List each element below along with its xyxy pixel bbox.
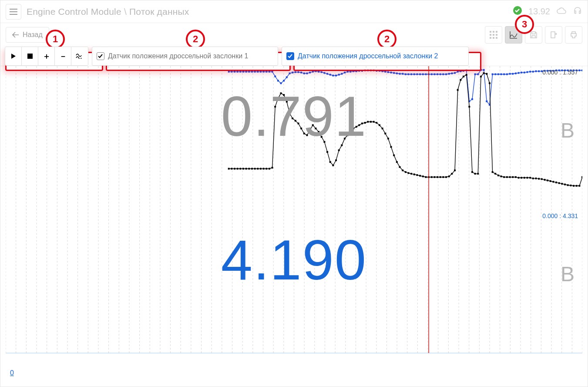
svg-rect-102 <box>323 72 325 74</box>
svg-rect-150 <box>463 70 464 72</box>
svg-rect-119 <box>373 70 375 71</box>
svg-rect-122 <box>382 71 383 72</box>
cloud-icon[interactable] <box>556 7 567 17</box>
svg-rect-3 <box>496 31 497 33</box>
svg-rect-106 <box>335 74 337 76</box>
svg-rect-296 <box>529 177 531 178</box>
svg-rect-79 <box>257 71 259 73</box>
svg-rect-212 <box>286 101 288 103</box>
svg-rect-135 <box>419 74 421 75</box>
sensor-1-checkbox[interactable] <box>97 52 104 60</box>
svg-rect-145 <box>448 73 450 75</box>
svg-rect-71 <box>234 71 235 73</box>
chart-svg <box>6 66 582 370</box>
sensor-2-box[interactable]: Датчик положения дроссельной заслонки 2 <box>282 47 469 66</box>
svg-rect-211 <box>283 94 285 96</box>
zoom-out-button[interactable]: － <box>55 47 71 65</box>
svg-rect-173 <box>529 71 531 73</box>
svg-rect-143 <box>442 74 444 75</box>
menu-button[interactable] <box>6 4 21 20</box>
svg-rect-1 <box>490 31 491 33</box>
svg-rect-86 <box>277 80 279 81</box>
svg-rect-301 <box>544 179 545 181</box>
svg-rect-233 <box>347 135 349 136</box>
svg-rect-104 <box>329 74 331 76</box>
svg-rect-172 <box>526 71 528 73</box>
floppy-icon <box>529 30 538 39</box>
svg-rect-268 <box>448 175 450 177</box>
svg-rect-127 <box>396 73 398 74</box>
svg-rect-295 <box>526 177 528 178</box>
svg-rect-215 <box>295 120 296 121</box>
svg-rect-309 <box>567 184 569 186</box>
svg-rect-313 <box>578 185 580 187</box>
svg-rect-158 <box>486 101 487 102</box>
svg-rect-2 <box>493 31 494 33</box>
svg-rect-133 <box>413 74 415 75</box>
svg-rect-238 <box>361 123 363 125</box>
svg-rect-78 <box>254 71 256 73</box>
svg-rect-109 <box>344 72 346 74</box>
svg-rect-146 <box>451 73 453 74</box>
zero-label[interactable]: 0 <box>10 369 14 377</box>
wave-button[interactable] <box>71 47 88 65</box>
svg-rect-191 <box>581 70 582 71</box>
svg-rect-93 <box>297 71 299 73</box>
svg-rect-83 <box>269 71 270 73</box>
zoom-in-button[interactable]: ＋ <box>38 47 55 65</box>
svg-rect-198 <box>245 168 247 170</box>
svg-rect-213 <box>289 112 291 114</box>
stop-icon <box>27 54 33 59</box>
svg-rect-130 <box>405 74 407 75</box>
svg-rect-243 <box>376 122 377 124</box>
save-button[interactable] <box>525 26 542 44</box>
svg-rect-165 <box>506 74 508 75</box>
sensor-2-unit: В <box>561 262 575 286</box>
svg-rect-250 <box>396 161 398 163</box>
headset-icon[interactable] <box>573 6 582 17</box>
svg-rect-262 <box>431 176 433 178</box>
chart-area[interactable]: 0.791 В 0.000 : 1.557 4.190 В 0.000 : 4.… <box>0 66 588 387</box>
svg-rect-87 <box>280 82 282 84</box>
svg-rect-246 <box>384 133 386 135</box>
svg-rect-131 <box>407 74 409 75</box>
battery-voltage: 13.92 <box>528 7 550 17</box>
sensor-1-box[interactable]: Датчик положения дроссельной заслонки 1 <box>92 47 278 66</box>
svg-rect-264 <box>437 176 438 178</box>
svg-rect-197 <box>242 168 244 170</box>
grid-view-button[interactable] <box>485 26 502 44</box>
svg-rect-136 <box>422 74 424 75</box>
svg-rect-292 <box>518 177 520 178</box>
svg-rect-100 <box>318 71 319 73</box>
svg-rect-153 <box>471 98 473 100</box>
play-button[interactable] <box>5 47 22 65</box>
svg-rect-114 <box>358 70 360 72</box>
export-button[interactable] <box>545 26 562 44</box>
svg-rect-166 <box>509 73 511 75</box>
svg-rect-98 <box>312 71 314 73</box>
print-button[interactable] <box>565 26 582 44</box>
svg-rect-120 <box>376 70 377 72</box>
sensor-1-label: Датчик положения дроссельной заслонки 1 <box>108 52 248 60</box>
svg-rect-281 <box>486 73 487 75</box>
sensor-1-unit: В <box>561 118 575 142</box>
svg-rect-278 <box>477 173 479 175</box>
svg-rect-248 <box>390 146 392 148</box>
stop-button[interactable] <box>22 47 38 65</box>
svg-rect-125 <box>390 72 392 74</box>
svg-rect-175 <box>535 71 537 72</box>
svg-rect-82 <box>265 71 267 73</box>
back-button[interactable]: Назад <box>6 27 49 43</box>
svg-rect-310 <box>570 185 571 186</box>
svg-rect-311 <box>573 185 575 187</box>
svg-rect-285 <box>497 175 499 176</box>
svg-rect-81 <box>263 71 265 73</box>
sensor-2-checkbox[interactable] <box>286 52 294 60</box>
svg-rect-148 <box>457 71 459 73</box>
graph-view-button[interactable] <box>505 26 522 44</box>
svg-rect-101 <box>321 71 323 73</box>
svg-rect-141 <box>437 74 438 75</box>
svg-rect-157 <box>483 69 485 71</box>
svg-rect-140 <box>433 74 435 75</box>
svg-rect-103 <box>326 73 328 75</box>
